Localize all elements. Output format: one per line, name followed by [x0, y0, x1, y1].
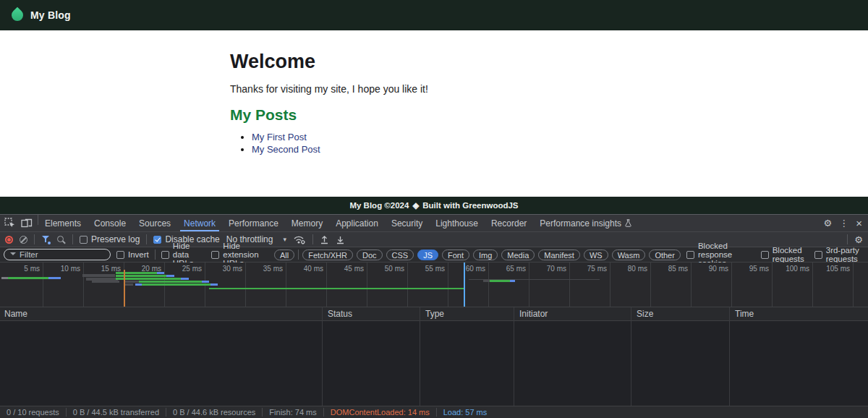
- filter-type-media[interactable]: Media: [501, 249, 535, 260]
- checkbox-box: [161, 251, 169, 259]
- filter-toggle-icon[interactable]: [41, 235, 50, 244]
- resource-type-filters: All Fetch/XHR Doc CSS JS Font Img Media …: [274, 249, 681, 260]
- filter-type-js[interactable]: JS: [417, 249, 438, 260]
- waterfall-bar: [510, 280, 515, 282]
- timeline-tick-label: 35 ms: [245, 265, 283, 273]
- checkbox-label: Preserve log: [91, 234, 140, 244]
- column-divider[interactable]: [420, 307, 420, 406]
- waterfall-bar: [135, 283, 142, 286]
- checkbox-box: [116, 251, 124, 259]
- divider: [155, 249, 156, 260]
- timeline-tick-label: 55 ms: [407, 265, 445, 273]
- checkbox-label: Blocked requests: [773, 246, 809, 263]
- site-header: My Blog: [0, 0, 868, 30]
- filter-type-all[interactable]: All: [274, 249, 294, 260]
- filter-type-css[interactable]: CSS: [386, 249, 414, 260]
- divider: [72, 234, 73, 244]
- third-party-requests-checkbox[interactable]: 3rd-party requests: [814, 246, 864, 263]
- timeline-tick-label: 25 ms: [164, 265, 202, 273]
- more-options-kebab-icon[interactable]: ⋮: [839, 218, 848, 228]
- export-har-icon[interactable]: [336, 235, 345, 244]
- tab-network[interactable]: Network: [177, 215, 222, 231]
- timeline-tick-label: 105 ms: [812, 265, 850, 273]
- filter-type-font[interactable]: Font: [442, 249, 469, 260]
- chevron-down-icon: ▾: [283, 236, 286, 243]
- list-item: My First Post: [252, 131, 868, 143]
- filter-type-other[interactable]: Other: [649, 249, 681, 260]
- invert-checkbox[interactable]: Invert: [116, 250, 149, 259]
- load-time: Load: 57 ms: [436, 408, 494, 417]
- network-status-bar: 0 / 10 requests 0 B / 44.5 kB transferre…: [0, 406, 868, 418]
- clear-network-log-icon[interactable]: [20, 236, 27, 244]
- preserve-log-checkbox[interactable]: Preserve log: [80, 234, 140, 244]
- site-brand[interactable]: My Blog: [30, 9, 71, 21]
- filter-type-ws[interactable]: WS: [584, 249, 608, 260]
- timeline-gridline: [853, 263, 854, 307]
- timeline-tick-label: 30 ms: [205, 265, 242, 273]
- close-devtools-icon[interactable]: ×: [856, 218, 862, 229]
- tab-lighthouse[interactable]: Lighthouse: [429, 215, 485, 231]
- column-header-status[interactable]: Status: [328, 309, 352, 319]
- tab-console[interactable]: Console: [88, 215, 132, 231]
- waterfall-bar: [202, 281, 209, 283]
- filter-input[interactable]: [20, 250, 104, 259]
- waterfall-bar: [116, 278, 181, 280]
- search-icon[interactable]: [56, 235, 66, 244]
- transferred-size: 0 B / 44.5 kB transferred: [66, 408, 166, 417]
- settings-gear-icon[interactable]: ⚙: [824, 218, 833, 228]
- checkbox-box: [211, 251, 219, 259]
- post-link-first[interactable]: My First Post: [252, 132, 307, 142]
- column-divider[interactable]: [631, 307, 631, 406]
- column-divider[interactable]: [322, 307, 323, 406]
- column-divider[interactable]: [514, 307, 514, 406]
- waterfall-bar: [1, 277, 8, 279]
- tab-elements[interactable]: Elements: [38, 215, 88, 231]
- domcontentloaded-time: DOMContentLoaded: 14 ms: [323, 408, 436, 417]
- requests-table-body: [0, 321, 868, 406]
- inspect-element-icon[interactable]: [4, 218, 15, 229]
- divider: [34, 234, 35, 244]
- filter-type-wasm[interactable]: Wasm: [612, 249, 646, 260]
- filter-type-fetch-xhr[interactable]: Fetch/XHR: [302, 249, 353, 260]
- waterfall-bar: [166, 275, 174, 277]
- tab-application[interactable]: Application: [329, 215, 385, 231]
- network-settings-gear-icon[interactable]: ⚙: [854, 235, 863, 244]
- blocked-requests-checkbox[interactable]: Blocked requests: [761, 246, 809, 263]
- timeline-tick-label: 95 ms: [731, 265, 769, 273]
- timeline-tick-label: 10 ms: [43, 265, 80, 273]
- tab-security[interactable]: Security: [385, 215, 429, 231]
- resources-size: 0 B / 44.6 kB resources: [166, 408, 262, 417]
- network-overview-timeline[interactable]: 5 ms10 ms15 ms20 ms25 ms30 ms35 ms40 ms4…: [0, 263, 868, 307]
- tab-memory[interactable]: Memory: [285, 215, 329, 231]
- domcontentloaded-marker-line: [124, 270, 125, 307]
- waterfall-bar: [209, 288, 464, 289]
- filter-type-img[interactable]: Img: [473, 249, 498, 260]
- waterfall-bar: [8, 277, 48, 279]
- tab-performance[interactable]: Performance: [222, 215, 285, 231]
- footer-text-left: My Blog ©2024: [349, 201, 409, 210]
- column-header-initiator[interactable]: Initiator: [519, 309, 548, 319]
- network-conditions-icon[interactable]: [293, 235, 306, 244]
- filter-type-doc[interactable]: Doc: [357, 249, 383, 260]
- column-header-name[interactable]: Name: [4, 309, 27, 319]
- waterfall-bar: [490, 280, 510, 282]
- footer-text-right: Built with GreenwoodJS: [422, 201, 518, 210]
- tab-sources[interactable]: Sources: [132, 215, 177, 231]
- leaf-logo-icon: [9, 7, 26, 24]
- tab-performance-insights[interactable]: Performance insights: [533, 215, 638, 231]
- import-har-icon[interactable]: [320, 235, 329, 244]
- column-header-time[interactable]: Time: [735, 309, 754, 319]
- post-link-second[interactable]: My Second Post: [252, 144, 320, 155]
- tab-label: Performance insights: [540, 218, 621, 229]
- checkbox-label: Invert: [128, 250, 149, 259]
- filter-type-manifest[interactable]: Manifest: [538, 249, 580, 260]
- record-network-log-icon[interactable]: [5, 236, 13, 244]
- column-divider[interactable]: [729, 307, 730, 406]
- device-toolbar-icon[interactable]: [21, 218, 33, 228]
- waterfall-bar: [124, 281, 139, 283]
- tab-recorder[interactable]: Recorder: [485, 215, 533, 231]
- column-header-size[interactable]: Size: [637, 309, 653, 319]
- column-header-type[interactable]: Type: [425, 309, 444, 319]
- devtools-panel: Elements Console Sources Network Perform…: [0, 214, 868, 418]
- timeline-tick-label: 80 ms: [610, 265, 647, 273]
